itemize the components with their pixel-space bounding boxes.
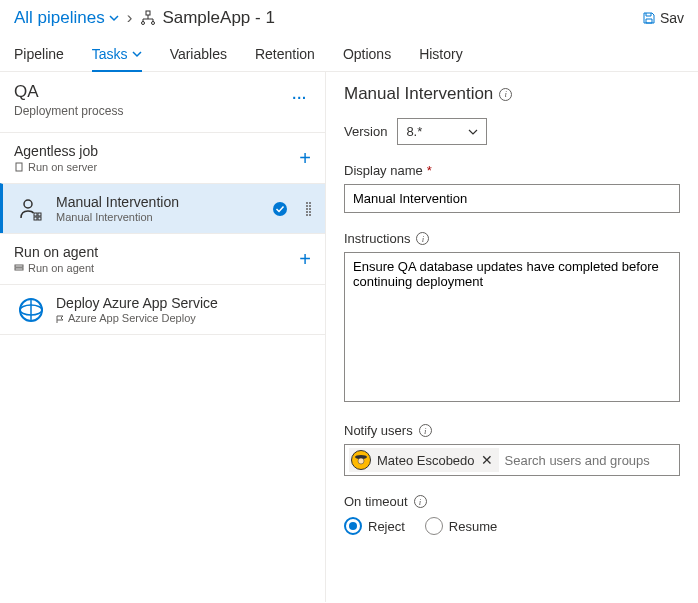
radio-label: Resume — [449, 519, 497, 534]
panel-title: Manual Intervention i — [344, 84, 680, 104]
info-icon[interactable]: i — [499, 88, 512, 101]
breadcrumb-current: SampleApp - 1 — [140, 8, 274, 28]
tab-variables[interactable]: Variables — [170, 36, 227, 71]
info-icon[interactable]: i — [414, 495, 427, 508]
radio-icon — [425, 517, 443, 535]
job-run-on-agent[interactable]: Run on agent Run on agent + — [0, 234, 325, 284]
instructions-label: Instructions — [344, 231, 410, 246]
svg-rect-15 — [15, 268, 23, 270]
on-timeout-label: On timeout — [344, 494, 408, 509]
agent-icon — [14, 263, 24, 273]
svg-rect-14 — [15, 265, 23, 267]
display-name-label: Display name — [344, 163, 423, 178]
svg-point-8 — [24, 200, 32, 208]
info-icon[interactable]: i — [419, 424, 432, 437]
task-subtitle: Manual Intervention — [56, 211, 260, 223]
task-manual-intervention[interactable]: Manual Intervention Manual Intervention — [0, 183, 325, 233]
breadcrumb-separator: › — [127, 8, 133, 28]
timeout-reject-radio[interactable]: Reject — [344, 517, 405, 535]
job-title: Run on agent — [14, 244, 98, 260]
version-select[interactable]: 8.* — [397, 118, 487, 145]
svg-rect-12 — [38, 217, 41, 220]
breadcrumb-root-link[interactable]: All pipelines — [14, 8, 119, 28]
check-icon — [272, 201, 288, 217]
save-icon — [642, 11, 656, 25]
radio-label: Reject — [368, 519, 405, 534]
save-button[interactable]: Sav — [642, 10, 684, 26]
tab-history[interactable]: History — [419, 36, 463, 71]
task-subtitle: Azure App Service Deploy — [68, 312, 196, 324]
display-name-input[interactable] — [344, 184, 680, 213]
breadcrumb-root-label: All pipelines — [14, 8, 105, 28]
tab-tasks[interactable]: Tasks — [92, 36, 142, 72]
svg-point-20 — [358, 458, 364, 464]
add-task-button[interactable]: + — [299, 248, 311, 271]
svg-rect-11 — [34, 217, 37, 220]
tab-options[interactable]: Options — [343, 36, 391, 71]
svg-rect-9 — [34, 213, 37, 216]
notify-users-input[interactable] — [503, 451, 675, 470]
azure-app-service-icon — [18, 297, 44, 323]
notify-users-picker[interactable]: Mateo Escobedo ✕ — [344, 444, 680, 476]
svg-point-6 — [152, 22, 155, 25]
tab-retention[interactable]: Retention — [255, 36, 315, 71]
svg-rect-10 — [38, 213, 41, 216]
job-title: Agentless job — [14, 143, 98, 159]
add-task-button[interactable]: + — [299, 147, 311, 170]
task-title: Manual Intervention — [56, 194, 260, 210]
user-settings-icon — [18, 196, 44, 222]
user-chip: Mateo Escobedo ✕ — [349, 448, 499, 472]
timeout-resume-radio[interactable]: Resume — [425, 517, 497, 535]
job-agentless[interactable]: Agentless job Run on server + — [0, 133, 325, 183]
breadcrumb: All pipelines › SampleApp - 1 — [14, 8, 275, 28]
chevron-down-icon — [132, 46, 142, 62]
task-deploy-azure[interactable]: Deploy Azure App Service Azure App Servi… — [0, 284, 325, 334]
user-chip-label: Mateo Escobedo — [377, 453, 475, 468]
version-label: Version — [344, 124, 387, 139]
server-icon — [14, 162, 24, 172]
svg-rect-7 — [16, 163, 22, 171]
svg-rect-0 — [146, 11, 150, 15]
remove-chip-button[interactable]: ✕ — [481, 452, 493, 468]
task-title: Deploy Azure App Service — [56, 295, 311, 311]
required-indicator: * — [427, 163, 432, 178]
instructions-textarea[interactable] — [344, 252, 680, 402]
tab-pipeline[interactable]: Pipeline — [14, 36, 64, 71]
svg-point-5 — [142, 22, 145, 25]
job-subtitle: Run on agent — [28, 262, 94, 274]
tab-bar: Pipeline Tasks Variables Retention Optio… — [0, 36, 698, 72]
chevron-down-icon — [468, 127, 478, 137]
flag-icon — [56, 315, 65, 324]
drag-handle[interactable] — [306, 202, 311, 216]
stage-title: QA — [14, 82, 123, 102]
svg-point-13 — [273, 202, 287, 216]
stage-subtitle: Deployment process — [14, 104, 123, 118]
notify-users-label: Notify users — [344, 423, 413, 438]
stage-header[interactable]: QA Deployment process ··· — [0, 72, 325, 132]
breadcrumb-current-label: SampleApp - 1 — [162, 8, 274, 28]
info-icon[interactable]: i — [416, 232, 429, 245]
save-label: Sav — [660, 10, 684, 26]
avatar — [351, 450, 371, 470]
radio-icon — [344, 517, 362, 535]
more-options-button[interactable]: ··· — [288, 88, 311, 108]
pipeline-icon — [140, 10, 156, 26]
version-value: 8.* — [406, 124, 422, 139]
job-subtitle: Run on server — [28, 161, 97, 173]
chevron-down-icon — [109, 13, 119, 23]
